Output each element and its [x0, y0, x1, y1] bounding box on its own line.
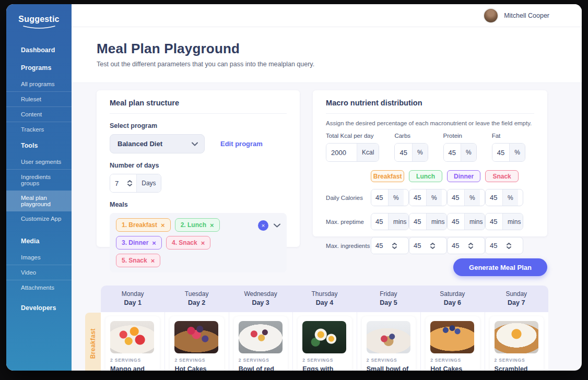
max-preptime-dinner-input[interactable]: 45mins	[447, 213, 485, 230]
chevron-down-icon[interactable]	[392, 246, 397, 249]
sidebar-item-images[interactable]: Images	[6, 250, 72, 265]
max-ingredients-lunch-stepper[interactable]: 45	[409, 237, 447, 254]
sidebar-item-attachments[interactable]: Attachments	[6, 280, 72, 295]
value[interactable]: 45	[371, 238, 388, 254]
meal-title[interactable]: Mango and strawberry	[110, 365, 155, 371]
carbs-value[interactable]: 45	[395, 144, 411, 161]
chevron-down-icon[interactable]	[430, 246, 435, 249]
sidebar-item-developers[interactable]: Developers	[6, 299, 72, 317]
remove-tag-icon[interactable]: ×	[152, 239, 156, 247]
value[interactable]: 45	[409, 189, 426, 206]
chevron-down-icon[interactable]	[127, 184, 132, 186]
user-name[interactable]: Mitchell Cooper	[504, 12, 549, 19]
max-ingredients-snack-stepper[interactable]: 45	[485, 237, 523, 254]
sidebar-item-customize-app[interactable]: Customize App	[6, 211, 72, 226]
meal-title[interactable]: Small bowl of fruits with	[367, 365, 411, 371]
remove-tag-icon[interactable]: ×	[161, 221, 165, 229]
total-kcal-input[interactable]: 2000 Kcal	[326, 143, 379, 162]
meal-title[interactable]: Eggs with toast and vegetables	[302, 365, 347, 371]
chevron-up-icon[interactable]	[392, 243, 397, 245]
days-value[interactable]: 7	[110, 174, 123, 192]
meal-tag-dinner[interactable]: 3. Dinner×	[116, 236, 162, 250]
remove-tag-icon[interactable]: ×	[210, 221, 214, 229]
snack-pill[interactable]: Snack	[485, 170, 519, 182]
stepper-arrows[interactable]	[388, 238, 401, 254]
stepper-arrows[interactable]	[123, 174, 136, 192]
days-stepper[interactable]: 7 Days	[110, 174, 161, 193]
meal-tag-snack-4[interactable]: 4. Snack×	[166, 236, 210, 250]
breakfast-pill[interactable]: Breakfast	[371, 170, 404, 182]
daily-calories-breakfast-input[interactable]: 45%	[371, 189, 409, 206]
sidebar-item-trackers[interactable]: Trackers	[6, 122, 72, 137]
meal-card[interactable]: 2 SERVINGS Mango and strawberry	[105, 316, 160, 371]
meal-card[interactable]: 2 SERVINGS Bowl of red fruits with	[234, 316, 288, 371]
chevron-up-icon[interactable]	[127, 180, 132, 183]
protein-value[interactable]: 45	[444, 144, 461, 161]
value[interactable]: 45	[448, 213, 464, 230]
max-preptime-breakfast-input[interactable]: 45mins	[371, 213, 409, 230]
sidebar-item-tools[interactable]: Tools	[6, 137, 72, 155]
protein-input[interactable]: 45 %	[443, 143, 477, 162]
dinner-pill[interactable]: Dinner	[447, 170, 480, 182]
total-kcal-value[interactable]: 2000	[326, 144, 357, 161]
value[interactable]: 45	[371, 189, 388, 206]
meal-card[interactable]: 2 SERVINGS Scrambled egg with toast	[490, 316, 544, 371]
breakfast-row-tab[interactable]: Breakfast	[85, 313, 101, 371]
meal-title[interactable]: Hot Cakes with red berries	[174, 365, 219, 371]
max-preptime-snack-input[interactable]: 45mins	[485, 213, 523, 230]
value[interactable]: 45	[409, 238, 426, 254]
program-select[interactable]: Balanced Diet	[110, 134, 205, 153]
meal-title[interactable]: Scrambled egg with toast	[495, 365, 539, 371]
sidebar-item-user-segments[interactable]: User segments	[6, 155, 72, 169]
meal-card[interactable]: 2 SERVINGS Hot Cakes with red berries	[170, 316, 224, 371]
carbs-input[interactable]: 45 %	[394, 143, 428, 162]
meal-card[interactable]: 2 SERVINGS Small bowl of fruits with	[362, 316, 416, 371]
daily-calories-dinner-input[interactable]: 45%	[447, 189, 485, 206]
value[interactable]: 45	[486, 238, 502, 254]
sidebar-item-ingredients-groups[interactable]: Ingredients groups	[6, 169, 72, 191]
value[interactable]: 45	[409, 213, 426, 230]
lunch-pill[interactable]: Lunch	[409, 170, 442, 182]
meal-title[interactable]: Bowl of red fruits with	[239, 365, 283, 371]
chevron-down-icon[interactable]	[507, 246, 511, 249]
meal-tag-lunch[interactable]: 2. Lunch×	[175, 218, 220, 232]
value[interactable]: 45	[448, 238, 464, 254]
remove-tag-icon[interactable]: ×	[151, 257, 155, 265]
fat-input[interactable]: 45 %	[492, 143, 525, 162]
stepper-arrows[interactable]	[464, 238, 477, 254]
sidebar-item-dashboard[interactable]: Dashboard	[6, 41, 72, 59]
max-ingredients-breakfast-stepper[interactable]: 45	[371, 237, 409, 254]
value[interactable]: 45	[371, 213, 388, 230]
remove-tag-icon[interactable]: ×	[201, 239, 205, 247]
sidebar-item-programs[interactable]: Programs	[6, 59, 72, 77]
sidebar-item-meal-plan-playground[interactable]: Meal plan playground	[6, 191, 72, 211]
value[interactable]: 45	[486, 213, 502, 230]
meal-tag-snack-5[interactable]: 5. Snack×	[116, 254, 160, 267]
sidebar-item-content[interactable]: Content	[6, 106, 72, 122]
daily-calories-snack-input[interactable]: 45%	[485, 189, 523, 206]
edit-program-link[interactable]: Edit program	[220, 140, 263, 148]
max-preptime-lunch-input[interactable]: 45mins	[409, 213, 447, 230]
stepper-arrows[interactable]	[502, 238, 515, 254]
clear-all-icon[interactable]: ×	[258, 220, 268, 231]
meal-card[interactable]: 2 SERVINGS Hot Cakes with red berries	[426, 316, 479, 371]
meal-card[interactable]: 2 SERVINGS Eggs with toast and vegetable…	[298, 316, 351, 371]
meal-title[interactable]: Hot Cakes with red berries	[430, 365, 475, 371]
stepper-arrows[interactable]	[426, 238, 439, 254]
chevron-down-icon[interactable]	[468, 246, 473, 249]
max-ingredients-dinner-stepper[interactable]: 45	[447, 237, 485, 254]
meal-tag-breakfast[interactable]: 1. Breakfast×	[116, 218, 171, 232]
sidebar-item-all-programs[interactable]: All programs	[6, 77, 72, 91]
value[interactable]: 45	[448, 189, 464, 206]
generate-meal-plan-button[interactable]: Generate Meal Plan	[453, 258, 547, 276]
fat-value[interactable]: 45	[492, 144, 509, 161]
meals-multiselect[interactable]: 1. Breakfast× 2. Lunch× 3. Dinner× 4. Sn…	[110, 213, 287, 272]
chevron-down-icon[interactable]	[274, 223, 280, 228]
chevron-up-icon[interactable]	[430, 243, 435, 245]
sidebar-item-media[interactable]: Media	[6, 232, 72, 250]
sidebar-item-ruleset[interactable]: Ruleset	[6, 91, 72, 106]
user-avatar[interactable]	[483, 8, 499, 23]
daily-calories-lunch-input[interactable]: 45%	[409, 189, 447, 206]
sidebar-item-video[interactable]: Video	[6, 265, 72, 280]
chevron-up-icon[interactable]	[468, 243, 473, 245]
